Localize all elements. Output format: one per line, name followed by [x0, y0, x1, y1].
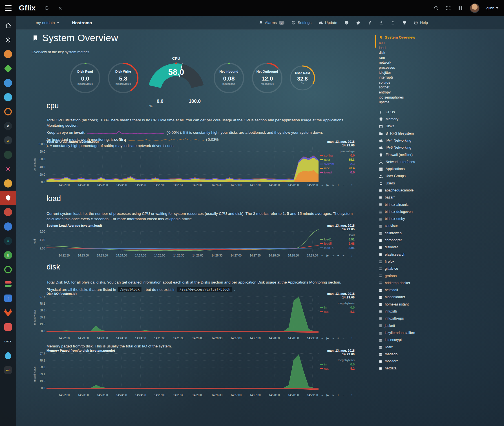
- user-menu[interactable]: gilbn: [486, 6, 498, 10]
- chart-toolbar[interactable]: «▶»+−: [321, 183, 344, 187]
- menu-app-letsencrypt[interactable]: letsencrypt: [379, 336, 441, 344]
- sidebar-item-app-green-u[interactable]: U: [0, 248, 16, 262]
- menu-item-softirqs[interactable]: softirqs: [379, 80, 441, 85]
- sidebar-item-app-orange-ring[interactable]: [0, 104, 16, 119]
- server-dropdown[interactable]: my-netdata: [36, 21, 59, 25]
- sidebar-item-app-dark-green[interactable]: [0, 148, 16, 162]
- menu-section-memory[interactable]: Memory: [379, 116, 441, 123]
- chart-resize-handle[interactable]: ↕: [351, 183, 353, 187]
- pan-right-icon[interactable]: »: [332, 393, 334, 397]
- menu-app-cadvisor[interactable]: cadvisor: [379, 222, 441, 229]
- menu-app-binhex-delugevpn[interactable]: binhex-delugevpn: [379, 208, 441, 215]
- fullscreen-icon[interactable]: [446, 5, 451, 11]
- menu-section-users[interactable]: Users: [379, 180, 441, 187]
- chart-toolbar[interactable]: «▶»+−: [321, 393, 344, 397]
- close-tab-icon[interactable]: [58, 6, 63, 11]
- sidebar-item-app-red-square[interactable]: [0, 320, 16, 334]
- sidebar-item-app-dark-amber[interactable]: x: [0, 133, 16, 148]
- sidebar-item-app-red-green-pills[interactable]: [0, 277, 16, 291]
- pan-left-icon[interactable]: «: [321, 254, 323, 257]
- zoom-out-icon[interactable]: −: [342, 393, 344, 397]
- sidebar-item-app-sabnzbd[interactable]: sab: [0, 363, 16, 377]
- gauge-disk-read[interactable]: Disk Read0.0megabytes/s: [69, 62, 101, 94]
- legend-row-out[interactable]: out-5.3: [320, 310, 355, 313]
- menu-item-system-overview[interactable]: System Overview: [379, 35, 441, 39]
- menu-app-lazylibrarian-calibre[interactable]: lazylibrarian-calibre: [379, 329, 441, 336]
- gauge-cpu[interactable]: CPU58.00.0100.0%: [147, 56, 206, 108]
- menu-app-binhex-emby[interactable]: binhex-emby: [379, 215, 441, 222]
- menu-app-influxdb-ups[interactable]: influxdb-ups: [379, 315, 441, 322]
- sidebar-item-app-blue-stack[interactable]: [0, 76, 16, 90]
- twitter-icon[interactable]: [356, 21, 361, 25]
- zoom-in-icon[interactable]: +: [337, 254, 339, 257]
- upload-icon[interactable]: [391, 21, 395, 25]
- legend-row-load5[interactable]: load52.68: [320, 242, 355, 245]
- legend-row-user[interactable]: user35.3: [320, 158, 355, 161]
- menu-item-idlejitter[interactable]: idlejitter: [379, 70, 441, 75]
- github-icon[interactable]: [344, 20, 349, 25]
- pan-right-icon[interactable]: »: [332, 183, 334, 187]
- facebook-icon[interactable]: [368, 21, 372, 25]
- menu-app-diskover[interactable]: diskover: [379, 244, 441, 251]
- menu-app-gitlab-ce[interactable]: gitlab-ce: [379, 265, 441, 272]
- menu-app-netdata[interactable]: netdata: [379, 365, 441, 372]
- chart-toolbar[interactable]: «▶»+−: [321, 336, 344, 340]
- menu-app-lidarr[interactable]: lidarr: [379, 344, 441, 351]
- menu-app-chronograf[interactable]: chronograf: [379, 237, 441, 244]
- zoom-out-icon[interactable]: −: [342, 336, 344, 340]
- chart-resize-handle[interactable]: ↕: [351, 393, 353, 397]
- sidebar-item-app-blue-bars[interactable]: [0, 90, 16, 104]
- menu-item-entropy[interactable]: entropy: [379, 90, 441, 95]
- gauge-net-inbound[interactable]: Net Inbound0.08megabits/s: [213, 62, 245, 94]
- menu-section-ipv6-networking[interactable]: IPv6 Networking: [379, 144, 441, 151]
- menu-item-ram[interactable]: ram: [379, 55, 441, 61]
- legend-row-in[interactable]: in0.0: [320, 306, 355, 309]
- menu-section-btrfs-filesystem[interactable]: BTRFS filesystem: [379, 130, 441, 137]
- sidebar-item-app-dark-ring[interactable]: [0, 262, 16, 277]
- sidebar-item-app-green-diamond[interactable]: [0, 61, 16, 76]
- menu-app-elasticsearch[interactable]: elasticsearch: [379, 251, 441, 258]
- settings-button[interactable]: Settings: [291, 21, 311, 25]
- pan-left-icon[interactable]: «: [321, 336, 323, 340]
- menu-section-cpus[interactable]: CPUs: [379, 109, 441, 116]
- sidebar-item-app-pink-x[interactable]: ×: [0, 162, 16, 176]
- menu-app-jackett[interactable]: jackett: [379, 322, 441, 329]
- menu-app-grafana[interactable]: grafana: [379, 273, 441, 280]
- menu-item-softnet[interactable]: softnet: [379, 85, 441, 90]
- menu-item-network[interactable]: network: [379, 60, 441, 65]
- menu-section-disks[interactable]: Disks: [379, 123, 441, 130]
- chart-plot[interactable]: [47, 144, 319, 182]
- menu-app-influxdb[interactable]: influxdb: [379, 308, 441, 315]
- zoom-out-icon[interactable]: −: [342, 183, 344, 187]
- menu-app-apacheguacamole[interactable]: apacheguacamole: [379, 187, 441, 194]
- sidebar-item-app-teal-u[interactable]: U: [0, 234, 16, 248]
- pan-right-icon[interactable]: »: [332, 254, 334, 257]
- menu-item-cpu[interactable]: cpu: [379, 41, 441, 46]
- chart-plot[interactable]: [47, 353, 319, 392]
- alarms-button[interactable]: Alarms 2: [259, 21, 284, 25]
- sidebar-item-app-amber-round[interactable]: [0, 176, 16, 191]
- legend-row-in[interactable]: in0.0: [320, 363, 355, 366]
- print-icon[interactable]: [402, 21, 407, 25]
- sidebar-item-app-active-red[interactable]: [0, 191, 16, 205]
- chart-resize-handle[interactable]: ↕: [351, 336, 353, 340]
- menu-app-firefox[interactable]: firefox: [379, 258, 441, 265]
- refresh-icon[interactable]: [44, 5, 49, 11]
- chart-plot[interactable]: [47, 228, 319, 253]
- gauge-disk-write[interactable]: Disk Write5.3megabytes/s: [107, 62, 139, 94]
- menu-item-load[interactable]: load: [379, 46, 441, 51]
- menu-app-heimdall[interactable]: heimdall: [379, 287, 441, 294]
- sidebar-item-app-blue-upload[interactable]: ↑: [0, 291, 16, 305]
- menu-app-home-assistant[interactable]: home-assistant: [379, 301, 441, 308]
- menu-section-user-groups[interactable]: User Groups: [379, 173, 441, 180]
- sidebar-item-app-blue-drop[interactable]: [0, 349, 16, 363]
- menu-item-ipc-semaphores[interactable]: ipc semaphores: [379, 95, 441, 100]
- update-button[interactable]: Update: [319, 21, 337, 25]
- legend-row-load15[interactable]: load152.06: [320, 246, 355, 249]
- search-icon[interactable]: [434, 5, 439, 11]
- sidebar-item-app-orange-round[interactable]: [0, 47, 16, 61]
- legend-row-load1[interactable]: load16.51: [320, 238, 355, 241]
- play-icon[interactable]: ▶: [326, 254, 329, 257]
- sidebar-item-app-gitlab-fox[interactable]: [0, 305, 16, 320]
- play-icon[interactable]: ▶: [326, 336, 329, 340]
